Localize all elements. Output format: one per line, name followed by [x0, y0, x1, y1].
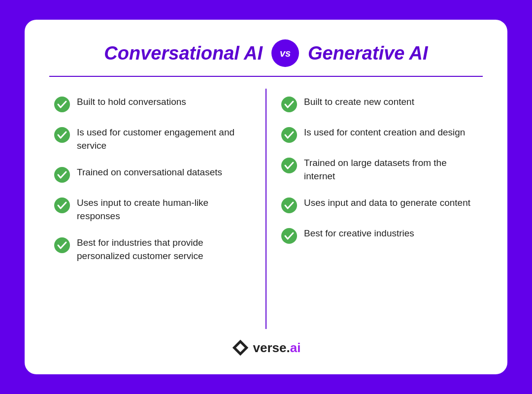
list-item: Best for industries that provide persona… [54, 230, 251, 269]
left-title: Conversational AI [104, 43, 263, 64]
item-text: Is used for customer engagement and serv… [77, 126, 251, 152]
header: Conversational AI vs Generative AI [49, 39, 483, 67]
check-icon [281, 127, 297, 143]
check-icon [281, 197, 297, 213]
svg-point-4 [54, 237, 70, 253]
list-item: Built to create new content [281, 89, 478, 119]
item-text: Built to hold conversations [77, 96, 186, 109]
list-item: Uses input and data to generate content [281, 190, 478, 220]
list-item: Best for creative industries [281, 220, 478, 251]
right-column: Built to create new content Is used for … [266, 89, 483, 329]
list-item: Is used for content creation and design [281, 119, 478, 150]
svg-point-2 [54, 167, 70, 183]
footer: verse.ai [49, 339, 483, 357]
list-item: Uses input to create human-like response… [54, 190, 251, 230]
main-card: Conversational AI vs Generative AI Built… [25, 20, 507, 374]
item-text: Is used for content creation and design [304, 126, 465, 139]
check-icon [54, 237, 70, 253]
content-area: Built to hold conversations Is used for … [49, 89, 483, 329]
item-text: Trained on large datasets from the inter… [304, 157, 478, 183]
logo-diamond-icon [232, 339, 249, 357]
check-icon [281, 228, 297, 244]
list-item: Trained on conversational datasets [54, 159, 251, 190]
vs-badge: vs [271, 39, 299, 67]
check-icon [281, 158, 297, 173]
check-icon [54, 197, 70, 213]
list-item: Trained on large datasets from the inter… [281, 150, 478, 190]
right-title: Generative AI [308, 43, 428, 64]
svg-point-1 [54, 127, 70, 143]
check-icon [54, 167, 70, 183]
svg-point-3 [54, 197, 70, 213]
svg-point-6 [281, 127, 297, 143]
check-icon [281, 97, 297, 112]
list-item: Is used for customer engagement and serv… [54, 119, 251, 159]
svg-point-0 [54, 97, 70, 112]
left-column: Built to hold conversations Is used for … [49, 89, 266, 329]
item-text: Uses input to create human-like response… [77, 197, 251, 223]
list-item: Built to hold conversations [54, 89, 251, 119]
item-text: Best for creative industries [304, 227, 414, 240]
svg-point-7 [281, 158, 297, 173]
svg-point-9 [281, 228, 297, 244]
item-text: Trained on conversational datasets [77, 166, 222, 179]
item-text: Best for industries that provide persona… [77, 236, 251, 263]
svg-point-5 [281, 97, 297, 112]
horizontal-divider [49, 76, 483, 77]
item-text: Built to create new content [304, 96, 414, 109]
logo-text: verse.ai [253, 340, 301, 356]
check-icon [54, 97, 70, 112]
svg-point-8 [281, 197, 297, 213]
item-text: Uses input and data to generate content [304, 197, 470, 210]
check-icon [54, 127, 70, 143]
